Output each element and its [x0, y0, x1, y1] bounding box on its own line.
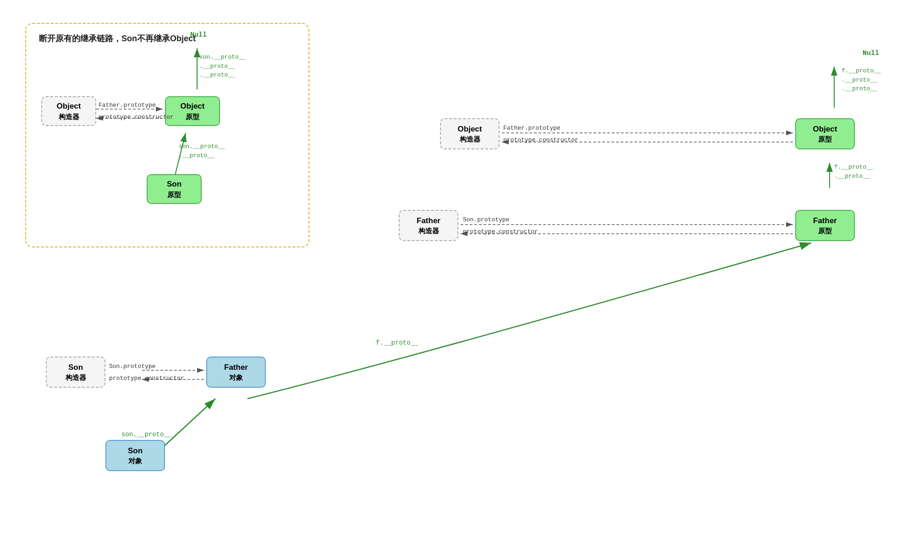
- box-label1: Father: [813, 215, 837, 226]
- proto-constructor-label-2: prototype.constructor: [503, 137, 578, 143]
- box-label1: Object: [458, 124, 482, 135]
- object-prototype-1: Object 原型: [165, 96, 220, 126]
- orange-container: [25, 23, 309, 247]
- box-label2: 构造器: [418, 226, 439, 236]
- box-label2: 构造器: [66, 373, 86, 382]
- box-label2: 原型: [818, 134, 832, 144]
- box-label1: Son: [68, 362, 83, 373]
- son-prototype-1: Son 原型: [147, 174, 202, 204]
- father-constructor-2: Father 构造器: [399, 210, 458, 241]
- object-constructor-2: Object 构造器: [440, 118, 500, 149]
- object-prototype-2: Object 原型: [795, 118, 855, 149]
- box-label1: Father: [224, 362, 248, 373]
- father-object-3: Father 对象: [206, 357, 266, 388]
- son-proto-chain-label: son.__proto__.__proto__.__proto__: [199, 53, 246, 80]
- son-proto-label-3: Son.prototype: [109, 363, 155, 370]
- father-proto-label-2: Father.prototype: [503, 125, 561, 132]
- diagram-container: 断开原有的继承链路，Son不再继承Object Object 构造器 Objec…: [0, 0, 924, 560]
- proto-constructor-label-1: prototype.constructor: [99, 114, 174, 121]
- box-label2: 构造器: [59, 112, 79, 121]
- son-proto-label-2: Son.prototype: [463, 216, 509, 223]
- son-proto-label: son.__proto__.__proto__: [179, 142, 225, 160]
- box-label1: Son: [128, 445, 143, 456]
- box-label2: 对象: [128, 456, 142, 466]
- box-label1: Son: [167, 179, 182, 190]
- null-label-2: Null: [863, 49, 879, 57]
- f-proto-arrow-label: f.__proto__: [376, 339, 418, 346]
- box-label1: Father: [417, 215, 440, 226]
- box-label2: 对象: [229, 373, 243, 382]
- box-label1: Object: [181, 101, 205, 112]
- orange-box-title: 断开原有的继承链路，Son不再继承Object: [39, 33, 196, 44]
- object-constructor-1: Object 构造器: [41, 96, 96, 126]
- null-label-1: Null: [190, 31, 207, 39]
- son-proto-arrow-label: son.__proto__: [121, 431, 171, 438]
- box-label2: 原型: [818, 226, 832, 236]
- proto-constructor-label-3: prototype.constructor: [109, 375, 184, 382]
- son-constructor-3: Son 构造器: [46, 357, 105, 388]
- box-label2: 构造器: [460, 134, 480, 144]
- f-proto-label: f.__proto__.__proto__: [834, 163, 874, 181]
- father-proto-label-1: Father.prototype: [99, 102, 156, 109]
- box-label1: Object: [57, 101, 81, 112]
- proto-constructor-label-2b: prototype.constructor: [463, 228, 538, 235]
- son-object-3: Son 对象: [105, 440, 165, 471]
- father-prototype-2: Father 原型: [795, 210, 855, 241]
- box-label2: 原型: [186, 112, 199, 121]
- box-label1: Object: [813, 124, 837, 135]
- f-proto-chain-label: f.__proto__.__proto__.__proto__: [842, 66, 881, 93]
- box-label2: 原型: [167, 190, 181, 199]
